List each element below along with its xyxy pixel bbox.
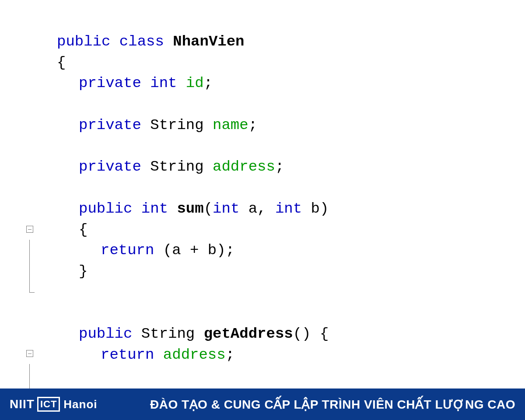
code-line: private String address; bbox=[57, 157, 508, 178]
brand-hanoi: Hanoi bbox=[63, 398, 97, 411]
code-line: return (a + b); bbox=[57, 240, 508, 261]
brand-logo: NIIT ICT Hanoi bbox=[10, 397, 98, 412]
code-line: } bbox=[57, 261, 508, 282]
code-line: public String getAddress() { bbox=[57, 324, 508, 345]
code-line: { bbox=[57, 52, 508, 74]
brand-ict: ICT bbox=[37, 397, 60, 412]
code-line: public class NhanVien bbox=[57, 32, 508, 52]
footer-bar: NIIT ICT Hanoi ĐÀO TẠO & CUNG CẤP LẬP TR… bbox=[0, 388, 525, 420]
fold-marker-getaddress[interactable] bbox=[26, 343, 33, 395]
footer-slogan: ĐÀO TẠO & CUNG CẤP LẬP TRÌNH VIÊN CHẤT L… bbox=[150, 397, 515, 412]
code-line: private int id; bbox=[57, 73, 508, 94]
code-line: public int sum(int a, int b) bbox=[57, 199, 508, 220]
code-editor: public class NhanVien { private int id; … bbox=[26, 32, 508, 366]
code-line: private String name; bbox=[57, 115, 508, 136]
code-line: { bbox=[57, 220, 508, 241]
fold-marker-sum[interactable] bbox=[26, 219, 35, 293]
code-line: return address; bbox=[57, 345, 508, 366]
brand-niit: NIIT bbox=[10, 397, 35, 411]
